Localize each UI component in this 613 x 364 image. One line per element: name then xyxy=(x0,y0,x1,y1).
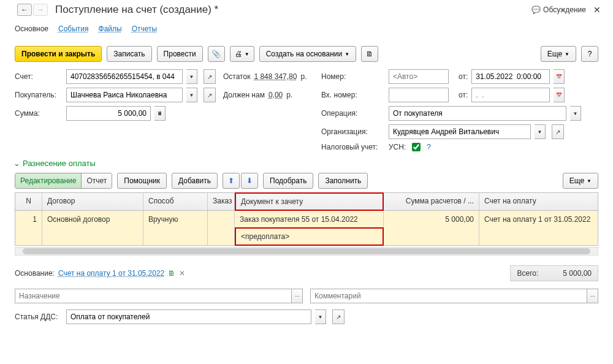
payment-grid: N Договор Способ Заказ Документ к зачету… xyxy=(15,192,598,246)
dds-input[interactable] xyxy=(66,309,311,324)
cell-sum: 5 000,00 xyxy=(384,211,479,228)
in-date-cal[interactable]: 📅 xyxy=(554,88,565,102)
move-down-button[interactable]: ⬇ xyxy=(241,173,258,189)
chevron-down-icon: ▼ xyxy=(245,51,249,57)
org-open[interactable]: ↗ xyxy=(552,124,564,139)
arrow-down-icon: ⬇ xyxy=(246,176,253,185)
op-input[interactable] xyxy=(389,106,566,121)
balance-value[interactable]: 1 848 347,80 xyxy=(254,72,297,81)
org-label: Организация: xyxy=(321,127,385,136)
page-title: Поступление на счет (создание) * xyxy=(55,4,531,16)
section-toggle[interactable]: ⌄ Разнесение оплаты xyxy=(0,155,613,170)
move-up-button[interactable]: ⬆ xyxy=(223,173,240,189)
cell-contract: Основной договор xyxy=(42,211,143,228)
account-dd[interactable]: ▼ xyxy=(186,69,197,84)
chat-icon: 💬 xyxy=(531,6,541,14)
chevron-down-icon: ▼ xyxy=(565,51,569,57)
create-based-button[interactable]: Создать на основании▼ xyxy=(259,46,356,62)
op-dd[interactable]: ▼ xyxy=(570,106,581,121)
dds-open[interactable]: ↗ xyxy=(332,309,345,324)
printer-icon: 🖨 xyxy=(235,50,242,58)
buyer-open[interactable]: ↗ xyxy=(204,88,216,102)
from-label2: от: xyxy=(459,91,468,99)
base-open-icon[interactable]: 🗎 xyxy=(168,269,175,278)
sum-label: Сумма: xyxy=(15,109,63,118)
discuss-link[interactable]: 💬 Обсуждение xyxy=(531,6,586,14)
post-and-close-button[interactable]: Провести и закрыть xyxy=(15,46,102,62)
in-num-input[interactable] xyxy=(389,88,449,102)
tab-main[interactable]: Основное xyxy=(15,22,48,36)
tab-files[interactable]: Файлы xyxy=(99,22,122,36)
mode-edit[interactable]: Редактирование xyxy=(15,173,82,188)
chevron-down-icon: ⌄ xyxy=(13,159,20,168)
arrow-up-icon: ⬆ xyxy=(228,176,234,185)
col-sum[interactable]: Сумма расчетов / ... xyxy=(384,193,479,210)
post-button[interactable]: Провести xyxy=(157,46,203,62)
owes-value[interactable]: 0,00 xyxy=(268,91,283,99)
date-input[interactable] xyxy=(471,69,550,84)
total-box: Всего: 5 000,00 xyxy=(510,265,598,281)
buyer-dd[interactable]: ▼ xyxy=(186,88,197,102)
tax-help[interactable]: ? xyxy=(427,143,431,151)
tab-reports[interactable]: Отчеты xyxy=(132,22,157,36)
dds-dd[interactable]: ▼ xyxy=(315,309,326,324)
mode-report[interactable]: Отчет xyxy=(82,173,112,188)
sum-input[interactable] xyxy=(66,106,151,121)
h-scrollbar[interactable] xyxy=(15,247,598,256)
table-row-sub[interactable]: <предоплата> xyxy=(15,228,598,245)
in-date-input[interactable] xyxy=(471,88,550,102)
cell-n: 1 xyxy=(15,211,42,228)
account-input[interactable] xyxy=(66,69,183,84)
balance-label: Остаток xyxy=(223,72,250,81)
col-contract[interactable]: Договор xyxy=(42,193,143,210)
cell-prepay: <предоплата> xyxy=(235,227,384,246)
help-button[interactable]: ? xyxy=(581,46,598,62)
tax-label: Налоговый учет: xyxy=(321,143,385,151)
comment-menu[interactable]: ⋯ xyxy=(587,289,598,303)
buyer-input[interactable] xyxy=(66,88,183,102)
col-invoice[interactable]: Счет на оплату xyxy=(479,193,598,210)
close-button[interactable]: ✕ xyxy=(591,5,603,15)
date-cal[interactable]: 📅 xyxy=(554,69,565,84)
attach-button[interactable]: 📎 xyxy=(208,46,225,62)
comment-input[interactable] xyxy=(310,289,587,303)
purpose-input[interactable] xyxy=(15,289,292,303)
nav-fwd-button[interactable]: → xyxy=(33,4,48,16)
add-button[interactable]: Добавить xyxy=(172,173,218,189)
purpose-menu[interactable]: ⋯ xyxy=(292,289,303,303)
tax-checkbox[interactable] xyxy=(412,143,421,151)
cell-order xyxy=(208,211,235,228)
more-button[interactable]: Еще▼ xyxy=(541,46,576,62)
buyer-label: Покупатель: xyxy=(15,91,63,99)
account-open[interactable]: ↗ xyxy=(204,69,216,84)
table-more-button[interactable]: Еще▼ xyxy=(563,173,598,189)
from-label: от: xyxy=(459,72,468,81)
base-link[interactable]: Счет на оплату 1 от 31.05.2022 xyxy=(58,269,164,278)
arrow-left-icon: ← xyxy=(21,6,28,14)
fill-button[interactable]: Заполнить xyxy=(318,173,368,189)
col-method[interactable]: Способ xyxy=(143,193,208,210)
col-n[interactable]: N xyxy=(15,193,42,210)
cell-document: Заказ покупателя 55 от 15.04.2022 xyxy=(235,211,384,228)
helper-button[interactable]: Помощник xyxy=(117,173,167,189)
col-order[interactable]: Заказ xyxy=(208,193,235,210)
num-input[interactable] xyxy=(389,69,449,84)
cell-invoice: Счет на оплату 1 от 31.05.2022 xyxy=(479,211,598,228)
pick-button[interactable]: Подобрать xyxy=(263,173,313,189)
chevron-down-icon: ▼ xyxy=(345,51,349,57)
write-button[interactable]: Записать xyxy=(107,46,151,62)
org-input[interactable] xyxy=(389,124,531,139)
arrow-right-icon: → xyxy=(37,6,44,14)
nav-back-button[interactable]: ← xyxy=(17,4,32,16)
num-label: Номер: xyxy=(321,72,385,81)
table-row[interactable]: 1 Основной договор Вручную Заказ покупат… xyxy=(15,211,598,228)
col-document[interactable]: Документ к зачету xyxy=(235,192,384,211)
base-clear[interactable]: ✕ xyxy=(179,269,185,278)
tax-val: УСН: xyxy=(389,143,406,151)
tab-events[interactable]: События xyxy=(58,22,89,36)
sum-calc[interactable]: 🖩 xyxy=(154,106,166,121)
org-dd[interactable]: ▼ xyxy=(535,124,546,139)
print-button[interactable]: 🖨▼ xyxy=(230,46,254,62)
clip-icon: 📎 xyxy=(211,50,221,58)
report-button[interactable]: 🗎 xyxy=(361,46,378,62)
